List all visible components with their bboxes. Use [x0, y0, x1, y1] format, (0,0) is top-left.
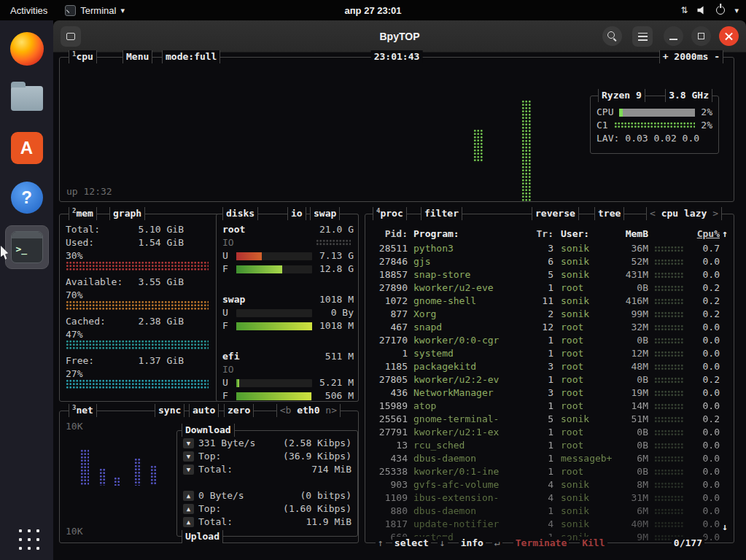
process-name: snapd: [413, 321, 530, 334]
menu-button[interactable]: [632, 26, 653, 47]
process-row[interactable]: 903 gvfs-afc-volume 4 sonik 8M 0.0: [365, 478, 734, 491]
net-sync-tab[interactable]: sync: [155, 404, 184, 417]
header-program[interactable]: Program:: [413, 228, 530, 241]
new-tab-button[interactable]: [61, 26, 81, 47]
dock-item-terminal[interactable]: [6, 226, 48, 268]
net-interface-switcher[interactable]: <b eth0 n>: [276, 404, 341, 417]
process-cpu: 0.0: [685, 478, 720, 491]
net-graph-cluster: [99, 468, 106, 486]
power-icon: [716, 6, 725, 15]
disks-io-tab[interactable]: io: [287, 207, 306, 220]
terminal-mini-icon: [65, 5, 76, 16]
process-row[interactable]: 27170 kworker/0:0-cgr 1 root 0B 0.0: [365, 334, 734, 347]
process-row[interactable]: 467 snapd 12 root 32M 0.0: [365, 321, 734, 334]
process-row[interactable]: 1817 update-notifier 4 sonik 40M 0.0: [365, 518, 734, 531]
uptime: up 12:32: [66, 185, 112, 198]
header-threads[interactable]: Tr:: [532, 228, 553, 241]
close-button[interactable]: [719, 26, 739, 46]
process-row[interactable]: 27846 gjs 6 sonik 52M 0.0: [365, 255, 734, 268]
update-interval-control[interactable]: + 2000ms -: [659, 50, 723, 63]
proc-tree-tab[interactable]: tree: [594, 207, 624, 220]
minimize-button[interactable]: [664, 26, 683, 46]
process-row[interactable]: 436 NetworkManager 3 root 19M 0.0: [365, 386, 734, 400]
proc-sort-control[interactable]: < cpu lazy >: [646, 207, 722, 220]
activities-button[interactable]: Activities: [0, 0, 58, 20]
download-arrow-icon: ▼: [183, 438, 194, 448]
cpu-box-title[interactable]: 1cpu: [69, 50, 97, 63]
mode-toggle[interactable]: mode:full: [162, 50, 220, 63]
process-mem: 52M: [616, 255, 648, 268]
header-pid[interactable]: Pid:: [368, 228, 408, 241]
process-name: kworker/0:1-ine: [413, 465, 530, 478]
up-arrow-key[interactable]: ↑: [376, 537, 386, 550]
process-cpu-mini-graph: [654, 508, 683, 515]
net-auto-tab[interactable]: auto: [189, 404, 219, 417]
hamburger-icon: [638, 33, 648, 41]
process-row[interactable]: 877 Xorg 2 sonik 99M 0.2: [365, 308, 734, 321]
process-row[interactable]: 15989 atop 1 root 14M 0.0: [365, 400, 734, 413]
process-cpu-mini-graph: [654, 416, 683, 423]
menu-button-bpytop[interactable]: Menu: [123, 50, 152, 63]
process-pid: 1817: [368, 518, 408, 531]
dock-item-software[interactable]: A: [6, 127, 48, 169]
upload-arrow-icon: ▲: [183, 517, 194, 527]
process-user: sonik: [561, 295, 616, 308]
process-pid: 1072: [368, 295, 408, 308]
process-pid: 877: [368, 308, 408, 321]
process-row[interactable]: 28511 python3 3 sonik 36M 0.7: [365, 242, 734, 255]
disk-size: 21.0 G: [319, 223, 354, 236]
net-box-title[interactable]: 3net: [69, 404, 97, 417]
clock[interactable]: апр 27 23:01: [345, 5, 402, 16]
process-row[interactable]: 27805 kworker/u2:2-ev 1 root 0B 0.2: [365, 373, 734, 386]
info-action[interactable]: info: [459, 537, 486, 550]
maximize-button[interactable]: [691, 26, 711, 46]
process-row[interactable]: 1 systemd 1 root 12M 0.0: [365, 347, 734, 360]
process-row[interactable]: 27791 kworker/u2:1-ex 1 root 0B 0.0: [365, 426, 734, 439]
scroll-down-indicator[interactable]: ↓: [722, 521, 728, 534]
scroll-up-indicator[interactable]: ↑: [722, 228, 728, 241]
process-row[interactable]: 25561 gnome-terminal- 5 sonik 51M 0.2: [365, 413, 734, 426]
header-mem[interactable]: MemB: [616, 228, 648, 241]
process-row[interactable]: 1185 packagekitd 3 root 48M 0.0: [365, 360, 734, 373]
system-tray[interactable]: ⇅ ▾: [680, 5, 739, 15]
proc-filter-button[interactable]: filter: [421, 207, 462, 220]
dock-item-help[interactable]: ?: [6, 176, 48, 219]
process-list: 28511 python3 3 sonik 36M 0.7 27846 gjs …: [365, 242, 734, 544]
search-button[interactable]: [602, 26, 622, 46]
window-titlebar[interactable]: BpyTOP: [53, 20, 746, 52]
select-action[interactable]: select: [392, 537, 431, 550]
disks-swap-tab[interactable]: swap: [310, 207, 340, 220]
disk-free-value: 12.8 G: [317, 262, 354, 276]
down-arrow-key[interactable]: ↓: [438, 537, 448, 550]
proc-reverse-tab[interactable]: reverse: [532, 207, 579, 220]
process-cpu: 0.2: [685, 373, 720, 386]
show-applications-button[interactable]: [15, 525, 39, 550]
process-cpu: 0.0: [685, 505, 720, 518]
dock-item-files[interactable]: [6, 77, 48, 120]
disk-io-label: IO: [222, 236, 234, 249]
process-row[interactable]: 1109 ibus-extension- 4 sonik 31M 0.0: [365, 491, 734, 505]
header-user[interactable]: User:: [561, 228, 616, 241]
proc-box-title[interactable]: 4proc: [373, 207, 407, 220]
kill-action[interactable]: Kill: [580, 537, 607, 550]
mem-box-title[interactable]: 2mem: [69, 207, 97, 220]
process-row[interactable]: 18857 snap-store 5 sonik 431M 0.0: [365, 268, 734, 281]
minimize-icon: [669, 39, 677, 40]
mem-graph-tab[interactable]: graph: [109, 207, 145, 220]
process-row[interactable]: 1072 gnome-shell 11 sonik 416M 0.2: [365, 295, 734, 308]
cpu-box: 1cpu Menu mode:full 23:01:43 + 2000ms - …: [59, 57, 734, 202]
process-threads: 1: [532, 281, 553, 295]
disks-box-title[interactable]: disks: [222, 207, 258, 220]
process-row[interactable]: 13 rcu_sched 1 root 0B 0.0: [365, 439, 734, 452]
dock-item-firefox[interactable]: [6, 28, 48, 70]
process-row[interactable]: 880 dbus-daemon 1 sonik 6M 0.0: [365, 505, 734, 518]
enter-key[interactable]: ↵: [492, 537, 502, 550]
terminate-action[interactable]: Terminate: [513, 537, 569, 550]
process-row[interactable]: 434 dbus-daemon 1 messageb+ 6M 0.0: [365, 452, 734, 465]
process-cpu-mini-graph: [654, 482, 683, 489]
header-cpu[interactable]: Cpu%: [685, 228, 720, 241]
app-menu[interactable]: Terminal ▾: [58, 0, 132, 20]
net-zero-tab[interactable]: zero: [224, 404, 254, 417]
process-row[interactable]: 27890 kworker/u2-eve 1 root 0B 0.2: [365, 281, 734, 295]
process-row[interactable]: 25338 kworker/0:1-ine 1 root 0B 0.0: [365, 465, 734, 478]
